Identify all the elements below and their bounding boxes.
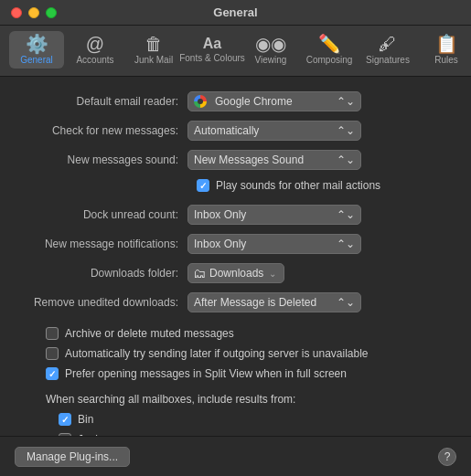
default-email-reader-select[interactable]: Google Chrome ⌃⌄ [187,91,361,111]
auto-send-label: Automatically try sending later if outgo… [65,347,369,360]
toolbar-rules[interactable]: 📋 Rules [419,31,471,69]
toolbar-signatures[interactable]: 🖋 Signatures [360,31,415,69]
folder-icon: 🗂 [193,266,206,280]
signatures-icon: 🖋 [379,35,397,53]
downloads-folder-label: Downloads folder: [18,267,187,280]
prefer-split-checkbox[interactable] [46,367,59,380]
new-message-notifications-select[interactable]: Inbox Only ⌃⌄ [187,234,361,254]
dock-unread-value: Inbox Only [194,208,246,221]
maximize-button[interactable] [46,7,57,18]
window-title: General [213,5,257,19]
minimize-button[interactable] [28,7,39,18]
dock-unread-row: Dock unread count: Inbox Only ⌃⌄ [18,205,453,225]
default-email-reader-label: Default email reader: [18,95,187,108]
new-message-notifications-label: New message notifications: [18,238,187,250]
chevron-updown-icon5: ⌃⌄ [337,238,355,250]
composing-label: Composing [306,55,353,65]
chevron-updown-icon4: ⌃⌄ [337,208,355,221]
general-icon: ⚙️ [26,35,48,53]
junk-mail-label: Junk Mail [134,55,173,65]
downloads-folder-row: Downloads folder: 🗂 Downloads ⌄ [18,263,453,283]
check-new-messages-value: Automatically [194,124,259,137]
content-area: Default email reader: Google Chrome ⌃⌄ C… [0,77,471,472]
help-button[interactable]: ? [438,448,456,466]
new-messages-sound-row: New messages sound: New Messages Sound ⌃… [18,150,453,170]
bin-row: Bin [59,413,453,426]
new-message-notifications-row: New message notifications: Inbox Only ⌃⌄ [18,234,453,254]
archive-muted-checkbox[interactable] [46,327,59,340]
check-new-messages-label: Check for new messages: [18,124,187,137]
toolbar: ⚙️ General @ Accounts 🗑 Junk Mail Aa Fon… [0,26,471,77]
downloads-chevron-icon: ⌄ [269,269,276,279]
signatures-label: Signatures [366,55,410,65]
remove-unedited-row: Remove unedited downloads: After Message… [18,292,453,312]
new-message-notifications-value: Inbox Only [194,238,246,250]
remove-unedited-select[interactable]: After Message is Deleted ⌃⌄ [187,292,361,312]
default-email-reader-value: Google Chrome [215,95,293,108]
viewing-icon: ◉◉ [255,35,286,53]
viewing-label: Viewing [255,55,287,65]
toolbar-junk-mail[interactable]: 🗑 Junk Mail [126,31,181,69]
accounts-icon: @ [86,35,104,53]
check-new-messages-select[interactable]: Automatically ⌃⌄ [187,121,361,141]
default-email-reader-row: Default email reader: Google Chrome ⌃⌄ [18,91,453,111]
accounts-label: Accounts [76,55,113,65]
toolbar-viewing[interactable]: ◉◉ Viewing [243,31,298,69]
downloads-folder-button[interactable]: 🗂 Downloads ⌄ [187,263,284,283]
junk-mail-icon: 🗑 [145,35,163,53]
close-button[interactable] [11,7,22,18]
chevron-updown-icon3: ⌃⌄ [337,153,355,166]
archive-muted-label: Archive or delete muted messages [65,327,234,340]
downloads-folder-value: Downloads [209,267,263,280]
bin-label: Bin [78,413,93,426]
auto-send-row: Automatically try sending later if outgo… [46,347,453,360]
play-sounds-row: Play sounds for other mail actions [197,179,453,192]
new-messages-sound-select[interactable]: New Messages Sound ⌃⌄ [187,150,361,170]
prefer-split-row: Prefer opening messages in Split View wh… [46,367,453,380]
general-label: General [20,55,53,65]
chevron-updown-icon2: ⌃⌄ [337,124,355,137]
archive-muted-row: Archive or delete muted messages [46,327,453,340]
fonts-label: Fonts & Colours [179,53,245,63]
toolbar-composing[interactable]: ✏️ Composing [302,31,357,69]
new-messages-sound-value: New Messages Sound [194,153,304,166]
new-messages-sound-label: New messages sound: [18,153,187,166]
remove-unedited-label: Remove unedited downloads: [18,296,187,309]
toolbar-fonts-colours[interactable]: Aa Fonts & Colours [185,33,240,67]
check-new-messages-row: Check for new messages: Automatically ⌃⌄ [18,121,453,141]
remove-unedited-value: After Message is Deleted [194,296,316,309]
chevron-updown-icon: ⌃⌄ [337,95,355,108]
composing-icon: ✏️ [318,35,341,53]
auto-send-checkbox[interactable] [46,347,59,360]
bin-checkbox[interactable] [59,413,71,426]
chevron-updown-icon6: ⌃⌄ [337,296,355,309]
chrome-icon [194,95,207,108]
manage-plugins-button[interactable]: Manage Plug-ins... [15,447,130,467]
prefer-split-label: Prefer opening messages in Split View wh… [65,367,347,380]
rules-label: Rules [434,55,458,65]
dock-unread-label: Dock unread count: [18,208,187,221]
play-sounds-label: Play sounds for other mail actions [216,179,380,192]
fonts-icon: Aa [203,37,221,51]
dock-unread-select[interactable]: Inbox Only ⌃⌄ [187,205,361,225]
play-sounds-checkbox[interactable] [197,179,209,192]
traffic-lights [11,7,57,18]
search-section-label: When searching all mailboxes, include re… [46,393,453,406]
title-bar: General [0,0,471,26]
rules-icon: 📋 [435,35,458,53]
toolbar-general[interactable]: ⚙️ General [9,31,64,69]
bottom-bar: Manage Plug-ins... ? [0,436,471,476]
toolbar-accounts[interactable]: @ Accounts [68,31,123,69]
